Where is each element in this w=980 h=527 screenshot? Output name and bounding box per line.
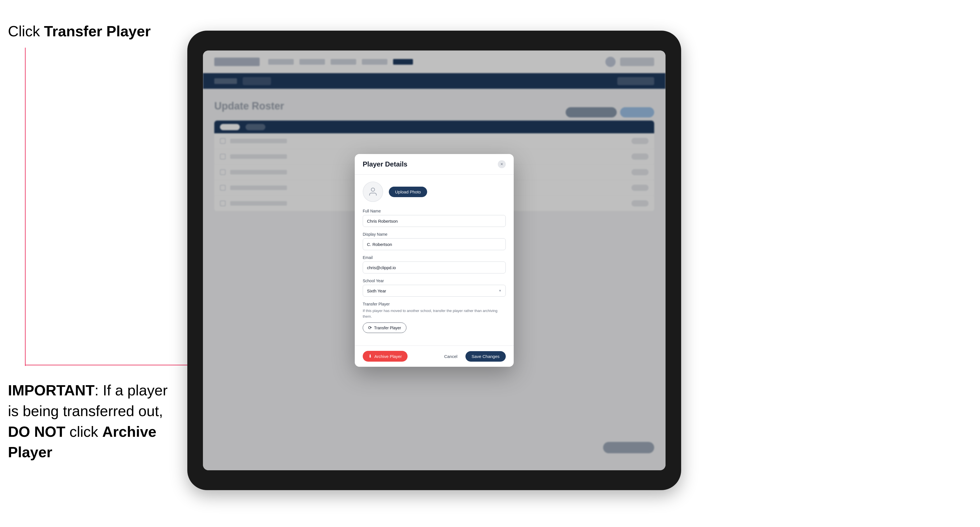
modal-close-button[interactable]: ×	[498, 160, 506, 168]
full-name-group: Full Name	[363, 209, 506, 227]
footer-right-actions: Cancel Save Changes	[440, 351, 506, 362]
archive-player-button[interactable]: ⬇ Archive Player	[363, 351, 407, 362]
school-year-select-wrapper: Sixth Year First Year Second Year Third …	[363, 285, 506, 297]
modal-body: Upload Photo Full Name Display Name	[355, 175, 514, 346]
photo-placeholder	[363, 181, 383, 202]
email-group: Email	[363, 255, 506, 273]
archive-player-label: Archive Player	[374, 354, 402, 359]
important-label: IMPORTANT	[8, 382, 94, 398]
modal-title: Player Details	[363, 160, 407, 168]
transfer-player-button-label: Transfer Player	[374, 325, 401, 330]
display-name-label: Display Name	[363, 232, 506, 237]
do-not-label: DO NOT	[8, 424, 65, 440]
email-input[interactable]	[363, 262, 506, 273]
full-name-label: Full Name	[363, 209, 506, 213]
cancel-button[interactable]: Cancel	[440, 351, 462, 362]
arrow-vertical-line	[25, 48, 25, 366]
archive-icon: ⬇	[368, 354, 372, 359]
upload-photo-button[interactable]: Upload Photo	[389, 187, 427, 197]
player-details-modal: Player Details × Upload Photo	[355, 154, 514, 367]
photo-section: Upload Photo	[363, 181, 506, 202]
school-year-select[interactable]: Sixth Year First Year Second Year Third …	[363, 285, 506, 297]
full-name-input[interactable]	[363, 215, 506, 227]
modal-footer: ⬇ Archive Player Cancel Save Changes	[355, 346, 514, 367]
email-label: Email	[363, 255, 506, 260]
school-year-label: School Year	[363, 279, 506, 283]
modal-overlay: Player Details × Upload Photo	[203, 51, 665, 470]
svg-point-0	[371, 188, 375, 192]
instruction-top-bold: Transfer Player	[44, 23, 151, 40]
school-year-group: School Year Sixth Year First Year Second…	[363, 279, 506, 297]
save-changes-button[interactable]: Save Changes	[465, 351, 506, 362]
transfer-player-section-label: Transfer Player	[363, 302, 506, 306]
transfer-player-description: If this player has moved to another scho…	[363, 308, 506, 319]
transfer-player-button[interactable]: ⟳ Transfer Player	[363, 322, 406, 333]
transfer-player-section: Transfer Player If this player has moved…	[363, 302, 506, 333]
instruction-bottom: IMPORTANT: If a player is being transfer…	[8, 380, 173, 463]
tablet-screen: Update Roster	[203, 51, 665, 470]
display-name-input[interactable]	[363, 238, 506, 250]
transfer-icon: ⟳	[368, 325, 372, 330]
tablet-device: Update Roster	[187, 31, 681, 490]
modal-header: Player Details ×	[355, 154, 514, 175]
instruction-top: Click Transfer Player	[8, 23, 151, 40]
display-name-group: Display Name	[363, 232, 506, 250]
